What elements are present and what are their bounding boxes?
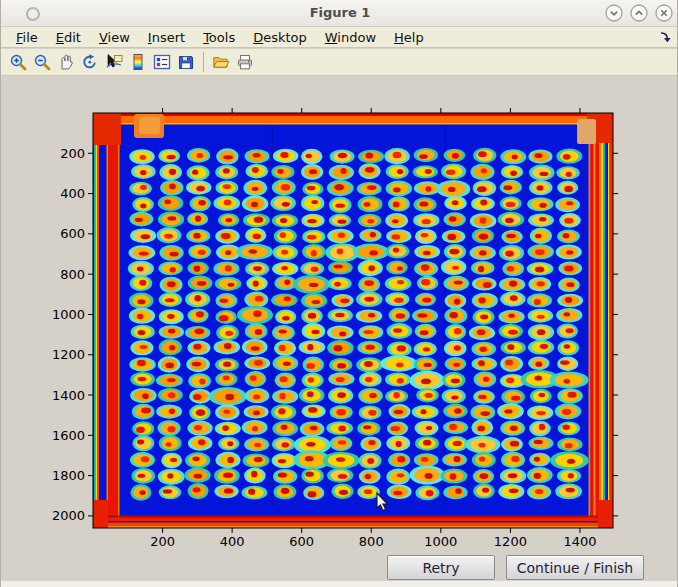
retry-button[interactable]: Retry xyxy=(387,555,495,580)
y-tick-label: 1200 xyxy=(52,347,85,362)
y-tick-label: 400 xyxy=(60,186,85,201)
x-tick-label: 1400 xyxy=(563,534,596,549)
x-tick-label: 400 xyxy=(220,534,245,549)
y-tick-label: 1600 xyxy=(52,428,85,443)
x-tick-label: 600 xyxy=(289,534,314,549)
x-tick-label: 800 xyxy=(359,534,384,549)
x-tick-label: 200 xyxy=(150,534,175,549)
x-tick-label: 1000 xyxy=(424,534,457,549)
figure-window: Figure 1 FileE xyxy=(0,0,678,587)
y-tick-label: 2000 xyxy=(52,508,85,523)
y-tick-label: 600 xyxy=(60,226,85,241)
y-tick-label: 1400 xyxy=(52,388,85,403)
y-tick-label: 1000 xyxy=(52,307,85,322)
x-tick-label: 1200 xyxy=(494,534,527,549)
continue-finish-button[interactable]: Continue / Finish xyxy=(506,555,644,580)
y-tick-label: 800 xyxy=(60,267,85,282)
y-tick-label: 200 xyxy=(60,146,85,161)
figure-canvas[interactable]: 2004006008001000120014002004006008001000… xyxy=(1,0,678,587)
y-tick-label: 1800 xyxy=(52,468,85,483)
